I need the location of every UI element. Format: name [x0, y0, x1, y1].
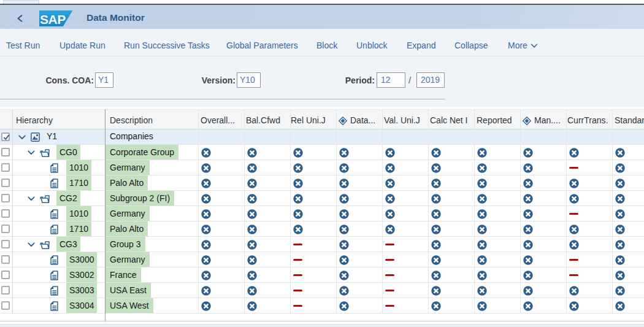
svg-text:SAP: SAP: [40, 12, 66, 26]
